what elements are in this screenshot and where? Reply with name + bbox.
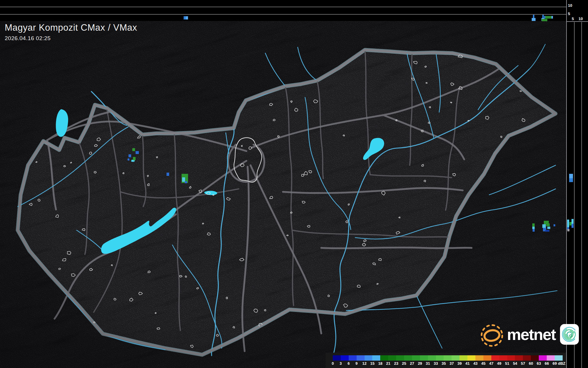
legend-color-block xyxy=(444,355,452,361)
legend-tick-label: 3 xyxy=(340,361,342,366)
legend-tick-label: 18 xyxy=(378,361,382,366)
timeline-ylabel-5: 5 xyxy=(568,12,570,16)
timeline-gridline-5 xyxy=(0,14,566,14)
legend-tick-label: 12 xyxy=(362,361,366,366)
legend-tick-label: 39 xyxy=(457,361,462,366)
profile-echo-marker xyxy=(571,219,574,224)
legend-color-block xyxy=(523,355,531,361)
metnet-wordmark: metnet xyxy=(507,325,556,344)
timeline-gridline-10 xyxy=(0,7,566,7)
timeline-ylabel-10: 10 xyxy=(568,4,572,7)
legend-color-block xyxy=(555,355,563,361)
metnet-app-icon xyxy=(560,324,579,345)
legend-color-block xyxy=(491,355,499,361)
legend-tick-label: 25 xyxy=(402,361,406,366)
radar-viewer: Magyar Kompozit CMax / VMax 2026.04.16 0… xyxy=(0,0,588,368)
legend-color-block xyxy=(388,355,396,361)
legend-tick-label: 21 xyxy=(386,361,390,366)
legend-color-block xyxy=(420,355,428,361)
profile-echo-marker xyxy=(567,229,569,231)
legend-tick-label: 6 xyxy=(347,361,350,366)
legend-color-block xyxy=(475,355,483,361)
legend-tick-label: 15 xyxy=(370,361,374,366)
legend-tick-label: 45 xyxy=(481,361,485,366)
legend-color-block xyxy=(531,355,539,361)
legend-tick-label: 31 xyxy=(426,361,430,366)
profile-panel: 10 5 5 10 xyxy=(566,0,588,368)
legend-color-block xyxy=(515,355,523,361)
legend-tick-label: 49 xyxy=(497,361,501,366)
timeline-echo-marker xyxy=(542,19,547,21)
legend-tick-label: 0 xyxy=(332,361,334,366)
legend-tick-label: 54 xyxy=(513,361,517,366)
profile-gridline-10 xyxy=(582,22,582,368)
legend-tick-label: 9 xyxy=(355,361,358,366)
legend-color-block xyxy=(539,355,547,361)
dbz-legend: 0369121518212325272931333537394143454749… xyxy=(326,353,566,368)
profile-gridline-5 xyxy=(574,22,574,368)
legend-color-block xyxy=(396,355,404,361)
legend-color-block xyxy=(341,355,349,361)
profile-panel-divider xyxy=(566,21,588,22)
radar-map xyxy=(0,0,588,368)
legend-tick-label: 57 xyxy=(521,361,525,366)
legend-tick-label: 27 xyxy=(410,361,414,366)
legend-ticks: 0369121518212325272931333537394143454749… xyxy=(333,361,563,367)
vignette xyxy=(0,0,588,368)
timeline-echo-marker xyxy=(545,16,551,19)
profile-xlabel-10: 10 xyxy=(579,17,583,21)
legend-tick-label: 63 xyxy=(537,361,541,366)
profile-xlabel-5: 5 xyxy=(572,17,574,21)
legend-bar xyxy=(333,355,563,361)
legend-tick-label: 35 xyxy=(442,361,446,366)
legend-color-block xyxy=(547,355,555,361)
profile-echo-marker xyxy=(569,178,573,182)
legend-color-block xyxy=(333,355,341,361)
timeline-echo-marker xyxy=(551,16,553,19)
legend-color-block xyxy=(428,355,436,361)
legend-tick-label: 23 xyxy=(394,361,398,366)
legend-color-block xyxy=(412,355,420,361)
legend-color-block xyxy=(365,355,373,361)
legend-tick-label: 60 xyxy=(529,361,533,366)
profile-echo-marker xyxy=(569,222,571,225)
legend-tick-label: 41 xyxy=(465,361,470,366)
legend-color-block xyxy=(372,355,380,361)
timeline-echo-marker xyxy=(532,18,536,21)
profile-echo-marker xyxy=(571,224,574,228)
legend-tick-label: 69 xyxy=(553,361,557,366)
legend-tick-label: 51 xyxy=(505,361,509,366)
legend-color-block xyxy=(452,355,459,361)
timeline-echo-marker xyxy=(186,16,188,19)
legend-color-block xyxy=(507,355,515,361)
profile-echo-marker xyxy=(567,220,569,227)
legend-tick-label: 29 xyxy=(418,361,422,366)
legend-color-block xyxy=(436,355,444,361)
legend-tick-label: 66 xyxy=(545,361,549,366)
legend-tick-label: 37 xyxy=(449,361,454,366)
legend-color-block xyxy=(404,355,412,361)
legend-color-block xyxy=(349,355,357,361)
title-block: Magyar Kompozit CMax / VMax 2026.04.16 0… xyxy=(5,22,137,42)
legend-tick-label: 43 xyxy=(473,361,477,366)
profile-echo-marker xyxy=(569,174,573,178)
legend-color-block xyxy=(357,355,365,361)
legend-color-block xyxy=(499,355,507,361)
page-title: Magyar Kompozit CMax / VMax xyxy=(5,22,137,33)
sun-icon xyxy=(479,322,505,347)
legend-color-block xyxy=(467,355,475,361)
timeline-echo-marker xyxy=(184,16,186,19)
branding: metnet xyxy=(479,322,579,347)
legend-color-block xyxy=(483,355,491,361)
legend-unit: dBZ xyxy=(558,361,565,366)
legend-color-block xyxy=(380,355,388,361)
timeline-panel[interactable] xyxy=(0,0,566,21)
legend-tick-label: 47 xyxy=(489,361,493,366)
timestamp: 2026.04.16 02:25 xyxy=(5,35,137,42)
legend-tick-label: 33 xyxy=(434,361,438,366)
legend-color-block xyxy=(459,355,467,361)
